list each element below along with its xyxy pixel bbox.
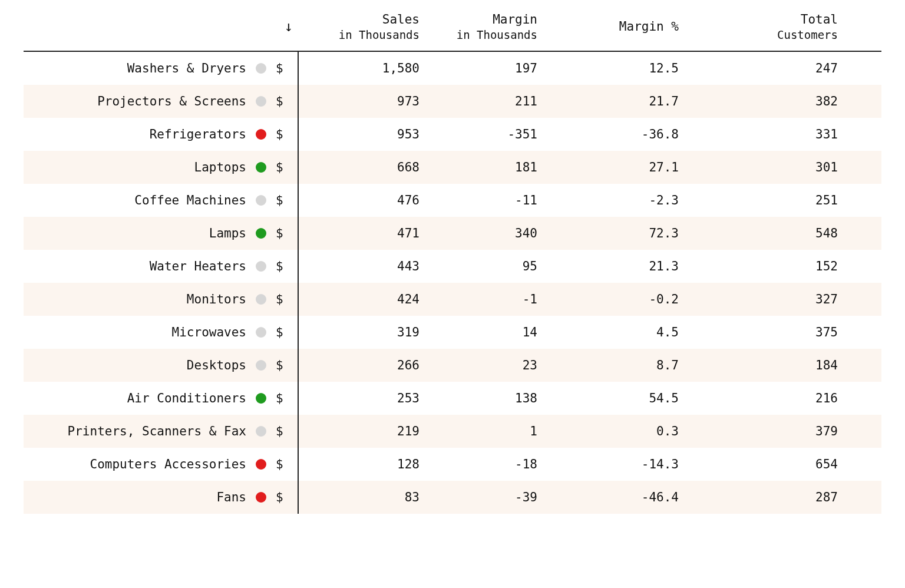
margin-pct-value: 8.7 — [542, 349, 683, 382]
header-category — [24, 21, 271, 35]
margin-pct-value: 4.5 — [542, 316, 683, 349]
customers-value: 382 — [683, 85, 843, 118]
header-margin[interactable]: Margin in Thousands — [424, 6, 542, 51]
margin-pct-value: -14.3 — [542, 448, 683, 481]
category-cell: Laptops — [24, 151, 271, 184]
margin-value: -1 — [424, 283, 542, 316]
margin-value: 181 — [424, 151, 542, 184]
sort-desc-icon: ↓ — [285, 18, 293, 35]
table-body: Washers & Dryers$1,58019712.5247Projecto… — [24, 52, 881, 514]
table-row[interactable]: Coffee Machines$476-11-2.3251 — [24, 184, 881, 217]
margin-pct-value: 54.5 — [542, 382, 683, 415]
header-margin-sub: in Thousands — [429, 28, 537, 42]
status-dot-icon — [256, 294, 266, 305]
table-row[interactable]: Refrigerators$953-351-36.8331 — [24, 118, 881, 151]
category-label: Printers, Scanners & Fax — [68, 424, 246, 438]
margin-value: 340 — [424, 217, 542, 250]
customers-value: 251 — [683, 184, 843, 217]
currency-symbol: $ — [271, 118, 306, 151]
category-cell: Washers & Dryers — [24, 52, 271, 85]
table-row[interactable]: Printers, Scanners & Fax$21910.3379 — [24, 415, 881, 448]
table-row[interactable]: Fans$83-39-46.4287 — [24, 481, 881, 514]
margin-value: -39 — [424, 481, 542, 514]
category-cell: Microwaves — [24, 316, 271, 349]
customers-value: 287 — [683, 481, 843, 514]
sales-value: 219 — [306, 415, 424, 448]
margin-pct-value: -0.2 — [542, 283, 683, 316]
customers-value: 327 — [683, 283, 843, 316]
category-label: Desktops — [187, 358, 246, 372]
status-dot-icon — [256, 228, 266, 239]
currency-symbol: $ — [271, 382, 306, 415]
header-sales[interactable]: Sales in Thousands — [306, 6, 424, 51]
category-label: Air Conditioners — [127, 391, 246, 405]
category-label: Lamps — [209, 226, 246, 240]
sales-value: 953 — [306, 118, 424, 151]
category-cell: Computers Accessories — [24, 448, 271, 481]
currency-symbol: $ — [271, 316, 306, 349]
category-label: Computers Accessories — [90, 457, 246, 471]
customers-value: 331 — [683, 118, 843, 151]
margin-pct-value: -46.4 — [542, 481, 683, 514]
margin-pct-value: 21.3 — [542, 250, 683, 283]
margin-value: -18 — [424, 448, 542, 481]
header-customers-title: Total — [801, 12, 838, 27]
category-label: Coffee Machines — [134, 193, 246, 207]
currency-symbol: $ — [271, 349, 306, 382]
table-row[interactable]: Washers & Dryers$1,58019712.5247 — [24, 52, 881, 85]
header-customers-sub: Customers — [688, 28, 838, 42]
category-label: Microwaves — [172, 325, 246, 339]
header-margin-pct[interactable]: Margin % — [542, 13, 683, 43]
margin-value: 211 — [424, 85, 542, 118]
status-dot-icon — [256, 96, 266, 107]
customers-value: 375 — [683, 316, 843, 349]
category-cell: Air Conditioners — [24, 382, 271, 415]
table-row[interactable]: Desktops$266238.7184 — [24, 349, 881, 382]
header-margin-pct-title: Margin % — [619, 19, 679, 34]
margin-value: 14 — [424, 316, 542, 349]
sales-value: 476 — [306, 184, 424, 217]
category-cell: Water Heaters — [24, 250, 271, 283]
margin-pct-value: 27.1 — [542, 151, 683, 184]
table-row[interactable]: Laptops$66818127.1301 — [24, 151, 881, 184]
status-dot-icon — [256, 492, 266, 503]
category-cell: Projectors & Screens — [24, 85, 271, 118]
customers-value: 216 — [683, 382, 843, 415]
sales-value: 128 — [306, 448, 424, 481]
customers-value: 654 — [683, 448, 843, 481]
sales-value: 443 — [306, 250, 424, 283]
table-row[interactable]: Lamps$47134072.3548 — [24, 217, 881, 250]
currency-symbol: $ — [271, 250, 306, 283]
table-row[interactable]: Projectors & Screens$97321121.7382 — [24, 85, 881, 118]
status-dot-icon — [256, 195, 266, 206]
table-row[interactable]: Microwaves$319144.5375 — [24, 316, 881, 349]
header-customers[interactable]: Total Customers — [683, 6, 843, 51]
customers-value: 184 — [683, 349, 843, 382]
sales-value: 319 — [306, 316, 424, 349]
sales-value: 668 — [306, 151, 424, 184]
margin-pct-value: 72.3 — [542, 217, 683, 250]
status-dot-icon — [256, 129, 266, 140]
table-row[interactable]: Computers Accessories$128-18-14.3654 — [24, 448, 881, 481]
currency-symbol: $ — [271, 415, 306, 448]
header-sort[interactable]: ↓ — [271, 12, 306, 44]
customers-value: 152 — [683, 250, 843, 283]
customers-value: 379 — [683, 415, 843, 448]
category-cell: Desktops — [24, 349, 271, 382]
table-row[interactable]: Monitors$424-1-0.2327 — [24, 283, 881, 316]
currency-symbol: $ — [271, 283, 306, 316]
sales-value: 471 — [306, 217, 424, 250]
customers-value: 301 — [683, 151, 843, 184]
margin-value: -11 — [424, 184, 542, 217]
table-row[interactable]: Air Conditioners$25313854.5216 — [24, 382, 881, 415]
status-dot-icon — [256, 393, 266, 404]
customers-value: 548 — [683, 217, 843, 250]
status-dot-icon — [256, 459, 266, 470]
table-row[interactable]: Water Heaters$4439521.3152 — [24, 250, 881, 283]
margin-value: 197 — [424, 52, 542, 85]
category-cell: Fans — [24, 481, 271, 514]
sales-value: 973 — [306, 85, 424, 118]
margin-pct-value: 12.5 — [542, 52, 683, 85]
currency-symbol: $ — [271, 85, 306, 118]
currency-symbol: $ — [271, 52, 306, 85]
